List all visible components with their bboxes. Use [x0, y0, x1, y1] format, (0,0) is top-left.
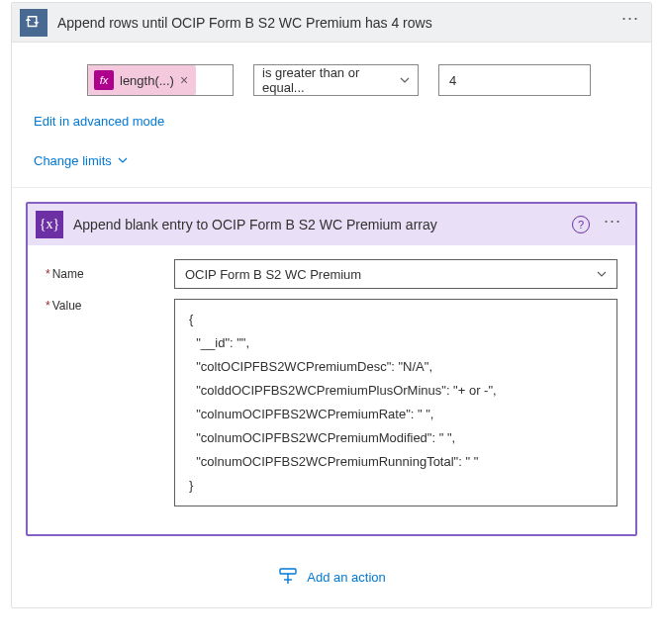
inner-action-header[interactable]: {x} Append blank entry to OCIP Form B S2…: [28, 204, 635, 245]
change-limits-text: Change limits: [34, 153, 112, 168]
name-select[interactable]: OCIP Form B S2 WC Premium: [174, 259, 617, 289]
add-action-row: Add an action: [12, 536, 651, 607]
divider: [12, 187, 651, 188]
chevron-down-icon: [597, 267, 607, 282]
outer-action-header[interactable]: Append rows until OCIP Form B S2 WC Prem…: [12, 3, 651, 43]
condition-right-input[interactable]: 4: [438, 64, 591, 96]
expression-token[interactable]: fx length(...) ×: [88, 65, 196, 95]
condition-operator-select[interactable]: is greater than or equal...: [253, 64, 419, 96]
name-label: *Name: [46, 267, 174, 281]
loop-icon: [20, 9, 47, 37]
do-until-card: Append rows until OCIP Form B S2 WC Prem…: [11, 2, 652, 608]
operator-text: is greater than or equal...: [262, 65, 400, 95]
name-value: OCIP Form B S2 WC Premium: [185, 267, 361, 282]
append-variable-card: {x} Append blank entry to OCIP Form B S2…: [26, 202, 637, 536]
svg-rect-0: [280, 569, 296, 574]
expression-text: length(...): [120, 73, 174, 88]
variable-icon: {x}: [36, 211, 63, 238]
remove-token-icon[interactable]: ×: [180, 72, 188, 88]
right-value: 4: [449, 73, 456, 88]
help-icon[interactable]: ?: [572, 216, 590, 233]
chevron-down-icon: [118, 153, 128, 168]
outer-action-title: Append rows until OCIP Form B S2 WC Prem…: [57, 15, 617, 31]
inner-more-icon[interactable]: ···: [600, 209, 625, 233]
condition-left-input[interactable]: fx length(...) ×: [87, 64, 234, 96]
add-action-link[interactable]: Add an action: [307, 570, 386, 585]
fx-icon: fx: [94, 70, 114, 90]
value-label: *Value: [46, 299, 174, 313]
inner-action-title: Append blank entry to OCIP Form B S2 WC …: [73, 217, 572, 232]
required-asterisk: *: [46, 299, 50, 313]
edit-advanced-mode-link[interactable]: Edit in advanced mode: [34, 114, 164, 129]
condition-row: fx length(...) × is greater than or equa…: [12, 43, 651, 104]
value-textarea[interactable]: { "__id": "", "coltOCIPFBS2WCPremiumDesc…: [174, 299, 617, 506]
change-limits-link[interactable]: Change limits: [34, 153, 128, 168]
outer-more-icon[interactable]: ···: [617, 6, 643, 31]
required-asterisk: *: [46, 267, 50, 281]
inner-action-body: *Name OCIP Form B S2 WC Premium *Value {…: [28, 245, 635, 534]
add-action-icon[interactable]: [277, 568, 299, 586]
chevron-down-icon: [400, 73, 410, 88]
